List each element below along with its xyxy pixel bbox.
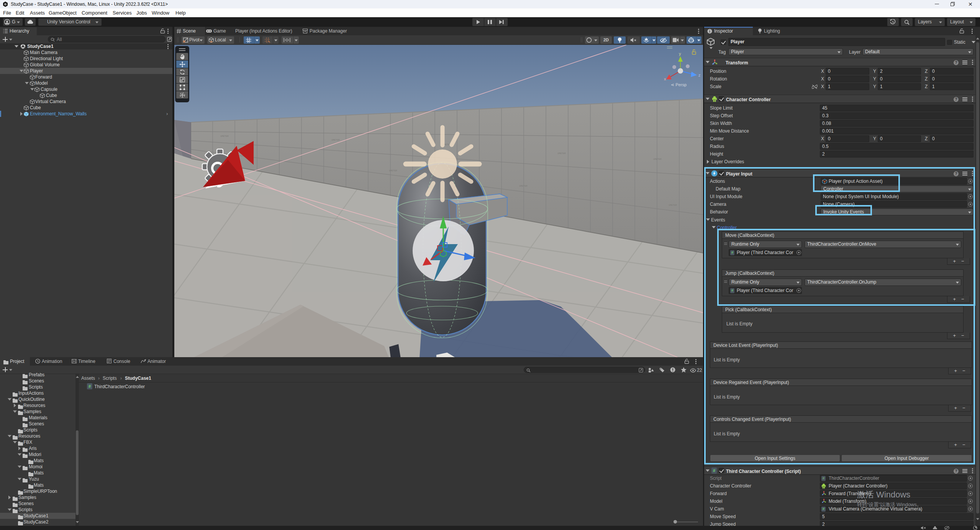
svg-text:y: y	[679, 51, 681, 56]
svg-text:1METER: 1METER	[669, 204, 677, 207]
svg-text:1METER: 1METER	[220, 135, 229, 138]
svg-text:Y: Y	[247, 40, 249, 43]
svg-text:1METER: 1METER	[557, 152, 566, 155]
svg-text:x: x	[664, 77, 666, 81]
svg-text:⋖ Persp: ⋖ Persp	[671, 82, 687, 87]
svg-text:1METER: 1METER	[519, 185, 528, 187]
svg-text:z: z	[698, 73, 701, 77]
svg-text:1METER: 1METER	[331, 139, 340, 141]
svg-text:1METER: 1METER	[653, 158, 662, 161]
svg-text:1METER: 1METER	[389, 169, 397, 172]
